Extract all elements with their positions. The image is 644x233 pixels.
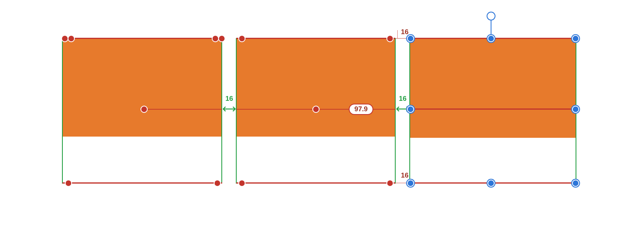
shape-3-handle-mr[interactable] [572, 106, 579, 113]
selection-top-line-2 [236, 38, 395, 39]
shape-3-handle-br[interactable] [572, 180, 579, 187]
shape-1-handle-tr-b[interactable] [218, 35, 225, 42]
shape-1-fill [63, 39, 221, 137]
gap-tick-top [397, 30, 398, 38]
shape-2-handle-tl[interactable] [238, 35, 246, 42]
gap-label-top: 16 [401, 28, 409, 36]
shape-3-handle-bm[interactable] [487, 180, 495, 187]
rotation-handle[interactable] [487, 12, 495, 20]
shape-3-handle-tr[interactable] [572, 35, 579, 42]
shape-2-handle-center[interactable] [312, 106, 320, 113]
shape-3[interactable] [409, 38, 576, 184]
shape-2-handle-tr[interactable] [386, 35, 394, 42]
shape-3-handle-ml[interactable] [407, 106, 414, 113]
center-guideline-left [144, 109, 222, 110]
shape-1-handle-center[interactable] [140, 106, 148, 113]
selection-top-line-1 [62, 38, 222, 39]
shape-1-handle-tl-b[interactable] [68, 35, 75, 42]
shape-2-handle-br[interactable] [386, 180, 394, 187]
shape-3-handle-tm[interactable] [487, 35, 495, 42]
shape-3-handle-bl[interactable] [407, 180, 414, 187]
selection-bottom-line-2 [236, 182, 395, 184]
shape-3-handle-tl[interactable] [407, 35, 414, 42]
design-canvas[interactable]: 16 16 16 16 97.9 [0, 0, 644, 233]
center-selection-line-3 [410, 108, 576, 110]
shape-2-handle-bl[interactable] [238, 180, 246, 187]
measurement-pill: 97.9 [349, 104, 373, 115]
shape-2-fill [237, 39, 395, 137]
shape-3-fill [410, 39, 576, 138]
gap-arrow-1-label: 16 [225, 95, 233, 103]
shape-1-handle-bl[interactable] [65, 180, 72, 187]
gap-arrow-1: 16 [222, 105, 237, 112]
gap-arrow-2-label: 16 [399, 95, 407, 103]
selection-bottom-line-1 [62, 182, 222, 184]
gap-label-bottom: 16 [401, 172, 409, 180]
shape-1-handle-br[interactable] [214, 180, 221, 187]
